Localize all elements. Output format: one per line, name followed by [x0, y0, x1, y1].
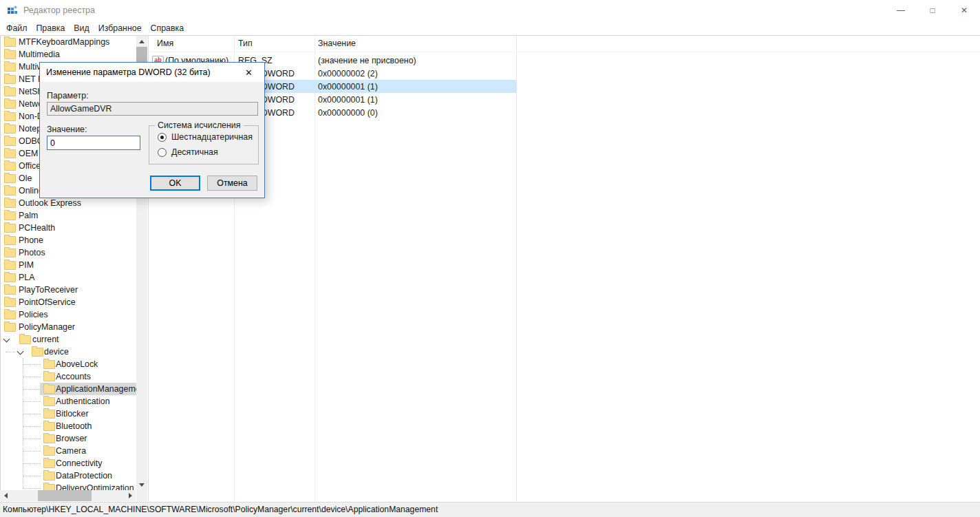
tree-item-label: Palm — [19, 211, 38, 220]
tree-item[interactable]: Phone — [1, 234, 136, 246]
close-icon: ✕ — [961, 6, 968, 15]
folder-icon — [43, 360, 55, 369]
folder-icon — [4, 87, 16, 96]
column-grid-line — [516, 36, 517, 501]
value-input[interactable] — [47, 136, 140, 150]
tree-item-label: PCHealth — [19, 223, 55, 233]
folder-icon — [43, 385, 55, 394]
tree-item[interactable]: Browser — [1, 432, 136, 445]
tree-item[interactable]: Policies — [1, 308, 136, 321]
tree-item[interactable]: Palm — [1, 209, 136, 222]
tree-item[interactable]: PlayToReceiver — [1, 284, 136, 296]
dialog-close-button[interactable]: ✕ — [233, 63, 264, 82]
folder-icon — [43, 447, 55, 456]
folder-icon — [43, 472, 55, 481]
base-group-label: Система исчисления — [155, 120, 244, 130]
menu-item[interactable]: Избранное — [98, 23, 142, 33]
folder-icon — [4, 211, 16, 220]
menu-item[interactable]: Файл — [6, 23, 27, 33]
menu-item[interactable]: Вид — [74, 23, 89, 33]
folder-icon — [43, 422, 55, 431]
tree-item-label: MTFKeyboardMappings — [19, 37, 109, 47]
close-icon: ✕ — [245, 67, 253, 78]
tree-item[interactable]: Outlook Express — [1, 197, 136, 209]
close-button[interactable]: ✕ — [948, 0, 980, 21]
tree-item[interactable]: PIM — [1, 259, 136, 271]
tree-item[interactable]: Accounts — [1, 370, 136, 383]
tree-item[interactable]: Bluetooth — [1, 420, 136, 432]
radio-button-icon[interactable] — [158, 133, 167, 142]
folder-icon — [4, 199, 16, 208]
menu-item[interactable]: Справка — [151, 23, 184, 33]
triangle-right-icon — [129, 493, 132, 498]
tree-item[interactable]: device — [1, 346, 136, 358]
tree-item[interactable]: PolicyManager — [1, 321, 136, 333]
tree-item-label: Authentication — [56, 397, 110, 406]
folder-icon — [4, 298, 16, 307]
folder-icon — [4, 261, 16, 270]
folder-icon — [32, 348, 43, 357]
tree-item[interactable]: MTFKeyboardMappings — [1, 36, 136, 48]
tree-item[interactable]: Photos — [1, 246, 136, 259]
column-header-type[interactable]: Тип — [234, 36, 315, 52]
folder-icon — [43, 372, 55, 381]
chevron-down-icon[interactable] — [3, 336, 10, 343]
tree-item-label: DeliveryOptimization — [56, 483, 134, 490]
value-label: Значение: — [47, 125, 87, 134]
tree-item[interactable]: AboveLock — [1, 358, 136, 370]
tree-item-label: Multiv — [19, 62, 41, 72]
folder-icon — [4, 75, 16, 84]
tree-item[interactable]: Multimedia — [1, 48, 136, 61]
scrollbar-corner — [136, 490, 147, 501]
tree-item[interactable]: DataProtection — [1, 469, 136, 482]
radio-button-icon[interactable] — [158, 148, 167, 157]
column-header-value[interactable]: Значение — [315, 36, 356, 52]
radio-hex-label: Шестнадцатеричная — [171, 132, 253, 142]
tree-item-label: Ole — [19, 173, 32, 183]
tree-item[interactable]: Connectivity — [1, 457, 136, 469]
dialog-title-bar[interactable]: Изменение параметра DWORD (32 бита) ✕ — [40, 63, 264, 82]
tree-item[interactable]: current — [1, 333, 136, 346]
radio-hexadecimal[interactable]: Шестнадцатеричная — [158, 132, 253, 142]
folder-icon — [4, 187, 16, 196]
value-list-panel: Имя Тип Значение ab(По умолчанию)REG_SZ(… — [149, 36, 980, 501]
tree-item[interactable]: Bitlocker — [1, 408, 136, 420]
cancel-button[interactable]: Отмена — [207, 176, 257, 191]
tree-item[interactable]: PLA — [1, 271, 136, 284]
minimize-icon: — — [897, 6, 905, 15]
tree-item-label: OEM — [19, 149, 38, 158]
tree-item[interactable]: Camera — [1, 445, 136, 457]
folder-icon — [4, 174, 16, 183]
tree-item-label: PIM — [19, 260, 34, 270]
parameter-name-field[interactable] — [47, 102, 258, 116]
scroll-down-button[interactable] — [136, 479, 147, 490]
scroll-left-button[interactable] — [0, 490, 11, 501]
minimize-button[interactable]: — — [885, 0, 917, 21]
tree-item[interactable]: Authentication — [1, 395, 136, 408]
radio-dec-label: Десятичная — [171, 147, 218, 157]
column-header-name[interactable]: Имя — [149, 36, 234, 52]
tree-item-label: Bluetooth — [56, 421, 92, 431]
tree-item[interactable]: ApplicationManagement — [1, 383, 136, 395]
tree-item[interactable]: PointOfService — [1, 296, 136, 308]
menu-item[interactable]: Правка — [36, 23, 65, 33]
folder-icon — [4, 149, 16, 158]
tree-horizontal-scrollbar[interactable] — [0, 490, 136, 501]
radio-decimal[interactable]: Десятичная — [158, 147, 218, 157]
tree-item[interactable]: DeliveryOptimization — [1, 482, 136, 490]
horizontal-scroll-thumb[interactable] — [38, 490, 92, 501]
folder-icon — [4, 162, 16, 171]
folder-icon — [43, 397, 55, 406]
chevron-down-icon[interactable] — [17, 348, 24, 355]
folder-icon — [4, 310, 16, 319]
scroll-right-button[interactable] — [125, 490, 136, 501]
scroll-up-button[interactable] — [136, 36, 147, 47]
maximize-button[interactable]: □ — [917, 0, 948, 21]
cell-value: 0x00000000 (0) — [315, 108, 516, 118]
folder-icon — [43, 484, 55, 490]
tree-item[interactable]: PCHealth — [1, 222, 136, 234]
tree-item-label: Browser — [56, 434, 87, 443]
folder-icon — [4, 323, 16, 332]
ok-button[interactable]: OK — [150, 176, 200, 191]
base-group: Система исчисления Шестнадцатеричная Дес… — [149, 125, 259, 165]
